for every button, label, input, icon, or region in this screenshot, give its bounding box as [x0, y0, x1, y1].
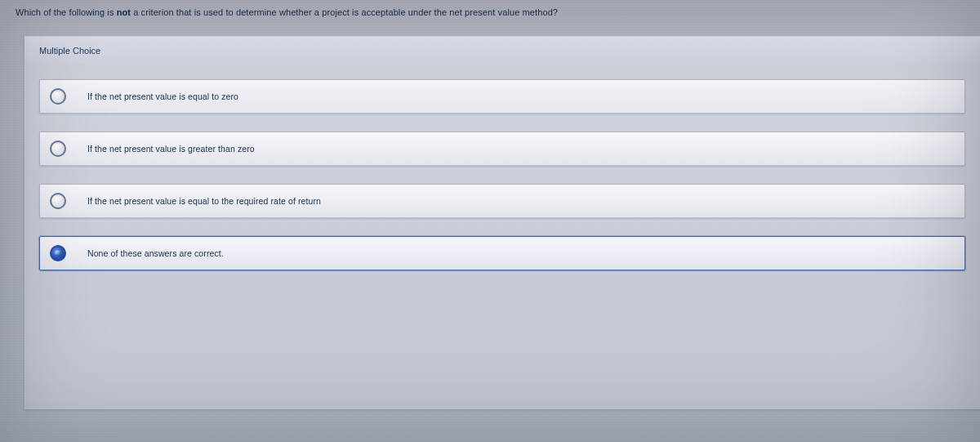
answer-panel: Multiple Choice If the net present value…	[24, 36, 980, 409]
option-label: None of these answers are correct.	[87, 248, 224, 258]
question-emphasis: not	[117, 7, 131, 17]
question-text: Which of the following is not a criterio…	[12, 2, 980, 22]
question-prefix: Which of the following is	[16, 7, 117, 17]
option-row-4[interactable]: None of these answers are correct.	[39, 236, 965, 270]
option-row-3[interactable]: If the net present value is equal to the…	[39, 184, 965, 218]
option-row-2[interactable]: If the net present value is greater than…	[39, 132, 965, 166]
option-row-1[interactable]: If the net present value is equal to zer…	[39, 79, 965, 114]
options-list: If the net present value is equal to zer…	[24, 65, 980, 279]
radio-icon[interactable]	[50, 141, 66, 157]
option-label: If the net present value is equal to zer…	[87, 92, 238, 101]
radio-icon[interactable]	[50, 88, 66, 105]
option-label: If the net present value is greater than…	[87, 144, 255, 154]
section-title: Multiple Choice	[24, 37, 980, 65]
radio-icon[interactable]	[50, 245, 66, 261]
question-suffix: a criterion that is used to determine wh…	[131, 7, 558, 17]
option-label: If the net present value is equal to the…	[87, 196, 321, 206]
radio-icon[interactable]	[50, 193, 66, 209]
